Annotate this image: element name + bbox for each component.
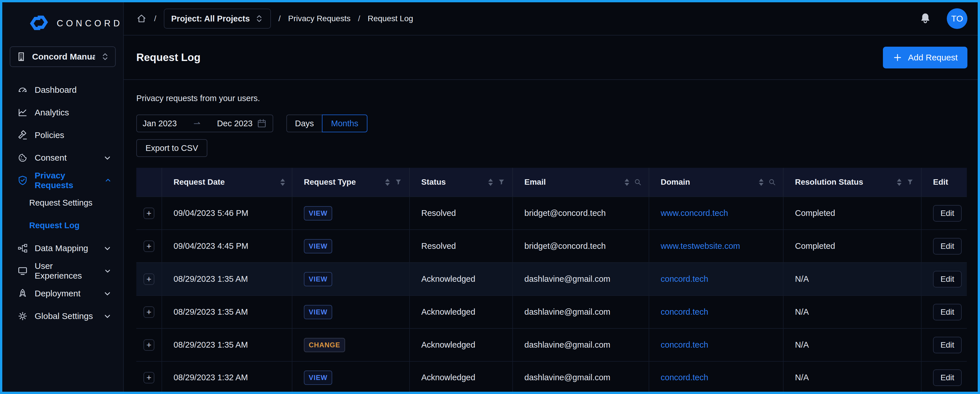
header-label: Status xyxy=(421,178,446,187)
breadcrumb-separator: / xyxy=(154,14,156,23)
sort-icon[interactable] xyxy=(625,179,629,186)
sidebar-item-label: Deployment xyxy=(35,289,81,299)
org-selector[interactable]: Concord Manual ... xyxy=(10,46,116,67)
sort-icon[interactable] xyxy=(280,179,285,186)
days-toggle-button[interactable]: Days xyxy=(286,114,322,132)
date-range-picker[interactable]: Jan 2023 ⇀ Dec 2023 xyxy=(136,114,273,132)
rocket-icon xyxy=(18,288,28,299)
cell-email: bridget@concord.tech xyxy=(512,197,649,229)
header-resolution-status[interactable]: Resolution Status xyxy=(783,168,921,196)
edit-button[interactable]: Edit xyxy=(933,369,962,386)
request-type-badge: VIEW xyxy=(304,239,332,253)
bell-icon[interactable] xyxy=(919,12,932,25)
edit-button[interactable]: Edit xyxy=(933,304,962,321)
expand-row-button[interactable]: + xyxy=(143,240,154,252)
request-log-table: Request Date Request Type Status xyxy=(136,168,967,394)
edit-button[interactable]: Edit xyxy=(933,238,962,254)
header-request-type[interactable]: Request Type xyxy=(292,168,409,196)
domain-link[interactable]: www.testwebsite.com xyxy=(661,241,740,251)
cell-resolution-status: Completed xyxy=(783,230,921,262)
header-domain[interactable]: Domain xyxy=(649,168,783,196)
cell-status: Acknowledged xyxy=(409,263,512,295)
avatar[interactable]: TO xyxy=(947,8,967,29)
topbar: / Project: All Projects / Privacy Reques… xyxy=(124,2,978,35)
sidebar-nav: Dashboard Analytics Policies xyxy=(10,78,116,327)
chevron-down-icon xyxy=(103,244,112,253)
chevron-up-icon xyxy=(104,176,112,185)
domain-link[interactable]: concord.tech xyxy=(661,307,708,317)
edit-button[interactable]: Edit xyxy=(933,337,962,353)
expand-row-button[interactable]: + xyxy=(143,307,154,318)
sidebar: CONCORD Concord Manual ... Dashboard xyxy=(2,2,124,392)
request-type-badge: VIEW xyxy=(304,305,332,319)
topbar-actions: TO xyxy=(919,8,967,29)
shield-check-icon xyxy=(18,175,28,186)
sidebar-item-label: Analytics xyxy=(35,108,69,118)
expand-row-button[interactable]: + xyxy=(143,372,154,383)
cell-resolution-status: N/A xyxy=(783,362,921,393)
sidebar-item-policies[interactable]: Policies xyxy=(10,124,116,146)
cookie-icon xyxy=(18,153,28,163)
breadcrumb-privacy-requests[interactable]: Privacy Requests xyxy=(288,14,350,23)
header-label: Email xyxy=(524,178,546,187)
chevron-down-icon xyxy=(104,267,112,275)
search-icon[interactable] xyxy=(768,178,776,186)
content: Privacy requests from your users. Jan 20… xyxy=(124,80,978,392)
cell-email: dashlavine@gmail.com xyxy=(512,329,649,361)
filter-icon[interactable] xyxy=(498,178,506,186)
filter-icon[interactable] xyxy=(906,178,914,186)
sidebar-item-global-settings[interactable]: Global Settings xyxy=(10,305,116,327)
table-row: + 08/29/2023 1:35 AM VIEW Acknowledged d… xyxy=(136,262,967,295)
line-chart-icon xyxy=(18,107,28,118)
home-icon[interactable] xyxy=(136,13,146,24)
edit-button[interactable]: Edit xyxy=(933,271,962,288)
sort-icon[interactable] xyxy=(488,179,493,186)
sort-icon[interactable] xyxy=(897,179,902,186)
sort-icon[interactable] xyxy=(385,179,390,186)
sidebar-item-analytics[interactable]: Analytics xyxy=(10,101,116,124)
cell-resolution-status: N/A xyxy=(783,296,921,328)
expand-row-button[interactable]: + xyxy=(143,339,154,351)
sidebar-item-label: Privacy Requests xyxy=(35,171,97,190)
expand-row-button[interactable]: + xyxy=(143,208,154,219)
gear-icon xyxy=(18,311,28,321)
filter-icon[interactable] xyxy=(395,178,402,186)
edit-button[interactable]: Edit xyxy=(933,205,962,222)
cell-resolution-status: N/A xyxy=(783,263,921,295)
header-request-date[interactable]: Request Date xyxy=(162,168,292,196)
sidebar-item-privacy-requests[interactable]: Privacy Requests xyxy=(10,169,116,192)
domain-link[interactable]: concord.tech xyxy=(661,274,708,284)
filter-row: Jan 2023 ⇀ Dec 2023 Days Months xyxy=(136,114,967,132)
concord-logo-icon xyxy=(28,16,50,32)
breadcrumb-request-log[interactable]: Request Log xyxy=(368,14,413,23)
cell-resolution-status: Completed xyxy=(783,197,921,229)
sidebar-item-user-experiences[interactable]: User Experiences xyxy=(10,259,116,282)
header-email[interactable]: Email xyxy=(512,168,649,196)
sidebar-item-deployment[interactable]: Deployment xyxy=(10,282,116,305)
cell-email: bridget@concord.tech xyxy=(512,230,649,262)
search-icon[interactable] xyxy=(634,178,642,186)
table-row: + 08/29/2023 1:32 AM VIEW Acknowledged d… xyxy=(136,361,967,394)
export-csv-button[interactable]: Export to CSV xyxy=(136,139,207,157)
sidebar-subitem-request-log[interactable]: Request Log xyxy=(10,214,116,237)
sidebar-item-data-mapping[interactable]: Data Mapping xyxy=(10,237,116,259)
months-toggle-button[interactable]: Months xyxy=(322,114,368,132)
project-selector[interactable]: Project: All Projects xyxy=(164,9,271,29)
domain-link[interactable]: concord.tech xyxy=(661,373,708,382)
add-request-button[interactable]: Add Request xyxy=(883,47,967,68)
sort-icon[interactable] xyxy=(759,179,764,186)
app-frame: CONCORD Concord Manual ... Dashboard xyxy=(0,0,980,394)
domain-link[interactable]: www.concord.tech xyxy=(661,208,728,218)
sidebar-item-label: Policies xyxy=(35,130,64,140)
sidebar-item-dashboard[interactable]: Dashboard xyxy=(10,78,116,101)
sidebar-subitem-request-settings[interactable]: Request Settings xyxy=(10,192,116,214)
domain-link[interactable]: concord.tech xyxy=(661,340,708,350)
cell-request-date: 08/29/2023 1:32 AM xyxy=(162,362,292,393)
org-selector-label: Concord Manual ... xyxy=(32,52,95,62)
header-status[interactable]: Status xyxy=(409,168,512,196)
expand-row-button[interactable]: + xyxy=(143,273,154,285)
sidebar-item-consent[interactable]: Consent xyxy=(10,146,116,169)
cell-status: Acknowledged xyxy=(409,329,512,361)
request-type-badge: VIEW xyxy=(304,206,332,221)
request-type-badge: VIEW xyxy=(304,272,332,286)
